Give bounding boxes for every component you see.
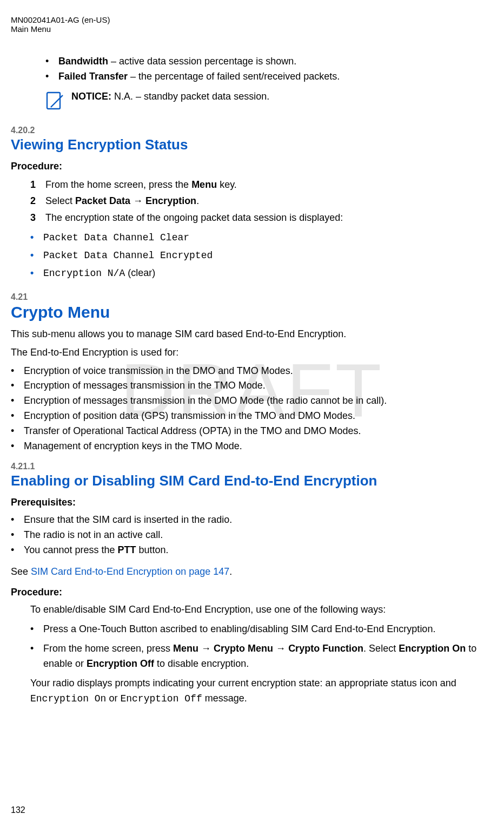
list-text: (clear)	[125, 267, 155, 278]
list-item: Transfer of Operational Tactical Address…	[11, 424, 493, 439]
list-item: Packet Data Channel Clear	[30, 228, 493, 246]
step-text: key.	[217, 179, 237, 190]
notice-label: NOTICE:	[71, 91, 111, 102]
menu-path: Packet Data	[75, 195, 130, 206]
doc-section: Main Menu	[11, 24, 493, 34]
arrow: →	[130, 195, 145, 206]
see-text: See	[11, 566, 31, 577]
list-item: The radio is not in an active call.	[11, 528, 493, 543]
list-item: You cannot press the PTT button.	[11, 543, 493, 558]
desc-bandwidth: – active data session percentage is show…	[108, 56, 296, 67]
desc-failed: – the percentage of failed sent/received…	[128, 71, 340, 82]
step-text: The encryption state of the ongoing pack…	[45, 212, 343, 223]
notice-icon	[45, 91, 64, 111]
cross-reference-link[interactable]: SIM Card End-to-End Encryption on page 1…	[31, 566, 229, 577]
code-text: Encryption On	[30, 693, 106, 704]
procedure-step: 1 From the home screen, press the Menu k…	[30, 176, 493, 193]
list-text: From the home screen, press	[43, 643, 173, 654]
arrow: →	[198, 643, 214, 654]
section-number: 4.21.1	[11, 462, 493, 471]
option: Encryption Off	[87, 658, 154, 669]
list-text: button.	[136, 544, 168, 555]
prerequisites-heading: Prerequisites:	[11, 497, 493, 508]
list-item: Press a One-Touch Button ascribed to ena…	[30, 622, 493, 637]
menu-key: Menu	[191, 179, 217, 190]
menu-path: Encryption	[145, 195, 196, 206]
code-text: Packet Data Channel Encrypted	[43, 250, 213, 261]
procedure-heading: Procedure:	[11, 587, 493, 598]
list-item: Encryption of messages transmission in t…	[11, 393, 493, 409]
menu-path: Crypto Function	[288, 643, 363, 654]
see-text: .	[229, 566, 232, 577]
paragraph: The End-to-End Encryption is used for:	[11, 345, 493, 360]
list-text: You cannot press the	[24, 544, 117, 555]
term-bandwidth: Bandwidth	[58, 56, 108, 67]
list-item: Encryption of position data (GPS) transm…	[11, 409, 493, 424]
code-text: Packet Data Channel Clear	[43, 232, 189, 243]
section-title-crypto-menu: Crypto Menu	[11, 303, 493, 321]
result-text: or	[106, 693, 120, 704]
section-title-enable-disable-encryption: Enabling or Disabling SIM Card End-to-En…	[11, 472, 493, 489]
notice-body: N.A. – standby packet data session.	[111, 91, 269, 102]
procedure-step: 2 Select Packet Data → Encryption.	[30, 193, 493, 209]
section-title-viewing-encryption: Viewing Encryption Status	[11, 136, 493, 153]
list-item: Packet Data Channel Encrypted	[30, 246, 493, 264]
step-text: Select	[45, 195, 75, 206]
result-text: Your radio displays prompts indicating y…	[30, 678, 456, 688]
menu-path: Menu	[173, 643, 198, 654]
code-text: Encryption Off	[120, 693, 202, 704]
list-item: Ensure that the SIM card is inserted in …	[11, 513, 493, 528]
step-text: .	[196, 195, 199, 206]
menu-path: Crypto Menu	[214, 643, 273, 654]
list-item: From the home screen, press Menu → Crypt…	[30, 641, 493, 672]
paragraph: This sub-menu allows you to manage SIM c…	[11, 327, 493, 342]
list-item: Encryption of voice transmission in the …	[11, 364, 493, 379]
procedure-step: 3 The encryption state of the ongoing pa…	[30, 209, 493, 226]
code-text: Encryption N/A	[43, 268, 125, 279]
step-text: From the home screen, press the	[45, 179, 191, 190]
list-item: Encryption N/A (clear)	[30, 264, 493, 282]
list-item: Management of encryption keys in the TMO…	[11, 439, 493, 454]
svg-line-1	[51, 95, 63, 107]
option: Encryption On	[399, 643, 466, 654]
list-item: Encryption of messages transmission in t…	[11, 378, 493, 393]
arrow: →	[273, 643, 288, 654]
paragraph: To enable/disable SIM Card End-to-End En…	[30, 602, 493, 618]
term-failed: Failed Transfer	[58, 71, 128, 82]
list-item: Failed Transfer – the percentage of fail…	[45, 69, 493, 84]
doc-id: MN002041A01-AG (en-US)	[11, 15, 493, 24]
list-text: to disable encryption.	[154, 658, 249, 669]
procedure-heading: Procedure:	[11, 161, 493, 172]
section-number: 4.21	[11, 292, 493, 302]
list-item: Bandwidth – active data session percenta…	[45, 54, 493, 69]
list-text: . Select	[363, 643, 399, 654]
ptt-button: PTT	[117, 544, 136, 555]
result-text: message.	[202, 693, 247, 704]
page-number: 132	[11, 805, 25, 815]
section-number: 4.20.2	[11, 126, 493, 135]
notice: NOTICE: N.A. – standby packet data sessi…	[45, 91, 493, 111]
